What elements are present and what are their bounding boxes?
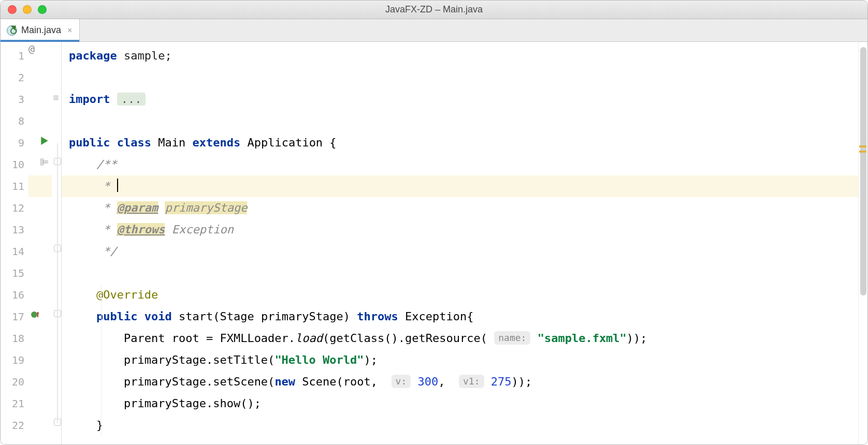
- javadoc: *: [96, 180, 110, 192]
- identifier: sample;: [124, 49, 172, 62]
- text-cursor: [117, 179, 118, 192]
- window-controls: [8, 5, 47, 14]
- code-text: }: [96, 419, 103, 432]
- code-line[interactable]: Parent root = FXMLLoader.load(getClass()…: [62, 328, 858, 349]
- code-text: ));: [512, 375, 532, 388]
- code-line[interactable]: primaryStage.show();: [62, 393, 858, 414]
- code-line[interactable]: }: [62, 414, 858, 436]
- number-literal: 300: [418, 375, 439, 388]
- minimize-window-button[interactable]: [23, 5, 32, 14]
- code-text: primaryStage.show();: [124, 397, 261, 410]
- line-number: 3: [1, 88, 28, 110]
- folded-region[interactable]: ...: [117, 93, 146, 106]
- code-text: Scene(root,: [295, 375, 384, 388]
- identifier: Exception{: [405, 310, 473, 323]
- java-class-icon: [7, 25, 17, 36]
- ide-window: JavaFX-ZD – Main.java Main.java × 1 2 3 …: [0, 0, 868, 445]
- warning-marker[interactable]: [859, 151, 866, 153]
- keyword: void: [144, 310, 172, 323]
- method-signature: start(Stage primaryStage): [179, 310, 350, 323]
- code-line[interactable]: package sample;: [62, 45, 858, 67]
- override-gutter-icon[interactable]: [31, 309, 40, 322]
- javadoc-tag: @param: [117, 201, 158, 214]
- line-number: 18: [1, 328, 28, 349]
- keyword: throws: [357, 310, 398, 323]
- line-number: 13: [1, 219, 28, 241]
- code-text: ));: [627, 332, 647, 345]
- code-line[interactable]: import ...: [62, 88, 858, 110]
- string-literal: "sample.fxml": [538, 332, 627, 345]
- annotation-gutter-icon: @: [28, 42, 35, 55]
- javadoc: *: [96, 201, 110, 214]
- class-name: Main: [158, 136, 185, 149]
- zoom-window-button[interactable]: [38, 5, 47, 14]
- line-number: 10: [1, 154, 28, 175]
- code-line[interactable]: [62, 110, 858, 132]
- identifier: Application {: [247, 136, 336, 149]
- expand-fold-icon[interactable]: ⊞: [53, 93, 59, 102]
- line-number: 9: [1, 132, 28, 154]
- line-number: 16: [1, 284, 28, 306]
- code-line[interactable]: public void start(Stage primaryStage) th…: [62, 306, 858, 328]
- string-literal: "Hello World": [274, 353, 364, 366]
- run-gutter-icon[interactable]: [40, 135, 49, 148]
- line-number: 14: [1, 241, 28, 262]
- code-line[interactable]: [62, 262, 858, 284]
- code-area[interactable]: package sample; import ... public class …: [62, 42, 858, 444]
- close-tab-icon[interactable]: ×: [67, 26, 72, 35]
- tab-label: Main.java: [21, 25, 61, 36]
- line-number: 12: [1, 197, 28, 219]
- line-number: 19: [1, 349, 28, 371]
- gutter-annotations: ⊞ ⊫ @: [28, 42, 62, 444]
- code-line[interactable]: /**: [62, 154, 858, 175]
- code-line[interactable]: primaryStage.setScene(new Scene(root, v:…: [62, 371, 858, 393]
- line-number-gutter: 1 2 3 8 9 10 11 12 13 14 15 16 17 18 19 …: [1, 42, 28, 444]
- align-gutter-icon: ⊫: [40, 156, 49, 168]
- svg-marker-0: [41, 137, 48, 145]
- parameter-hint: v1:: [459, 375, 484, 388]
- scrollbar-thumb[interactable]: [860, 47, 866, 295]
- code-line-current[interactable]: *: [62, 175, 858, 197]
- close-window-button[interactable]: [8, 5, 17, 14]
- keyword: public: [96, 310, 137, 323]
- fold-guide: [57, 143, 58, 423]
- line-number: 22: [1, 414, 28, 436]
- number-literal: 275: [491, 375, 512, 388]
- keyword: import: [69, 93, 110, 106]
- line-number: 20: [1, 371, 28, 393]
- line-number: 1: [1, 45, 28, 67]
- code-editor[interactable]: 1 2 3 8 9 10 11 12 13 14 15 16 17 18 19 …: [1, 42, 867, 444]
- editor-tabbar: Main.java ×: [1, 19, 867, 42]
- code-line[interactable]: public class Main extends Application {: [62, 132, 858, 154]
- code-line[interactable]: * @param primaryStage: [62, 197, 858, 219]
- current-line-gutter-highlight: [28, 175, 52, 197]
- code-line[interactable]: primaryStage.setTitle("Hello World");: [62, 349, 858, 371]
- keyword: package: [69, 49, 117, 62]
- line-number: 2: [1, 67, 28, 88]
- code-text: primaryStage.setTitle(: [124, 353, 274, 366]
- code-line[interactable]: [62, 67, 858, 88]
- warning-marker[interactable]: [859, 145, 866, 147]
- line-number: 8: [1, 110, 28, 132]
- line-number: 11: [1, 175, 28, 197]
- code-line[interactable]: */: [62, 241, 858, 262]
- code-text: Parent root = FXMLLoader.: [124, 332, 295, 345]
- line-number: 15: [1, 262, 28, 284]
- javadoc-tag: @throws: [117, 223, 165, 236]
- javadoc: /**: [96, 158, 117, 171]
- keyword: class: [117, 136, 151, 149]
- code-line[interactable]: * @throws Exception: [62, 219, 858, 241]
- javadoc: */: [96, 245, 117, 258]
- line-number: 21: [1, 393, 28, 414]
- static-method: load: [295, 332, 323, 345]
- code-text: primaryStage.setScene(: [124, 375, 274, 388]
- code-text: ,: [438, 375, 452, 388]
- keyword: new: [274, 375, 295, 388]
- svg-point-1: [31, 312, 37, 318]
- javadoc-param: Exception: [172, 223, 234, 236]
- editor-tab-main-java[interactable]: Main.java ×: [1, 19, 80, 41]
- error-stripe[interactable]: [858, 42, 867, 444]
- keyword: extends: [192, 136, 240, 149]
- javadoc: *: [96, 223, 110, 236]
- code-line[interactable]: @Override: [62, 284, 858, 306]
